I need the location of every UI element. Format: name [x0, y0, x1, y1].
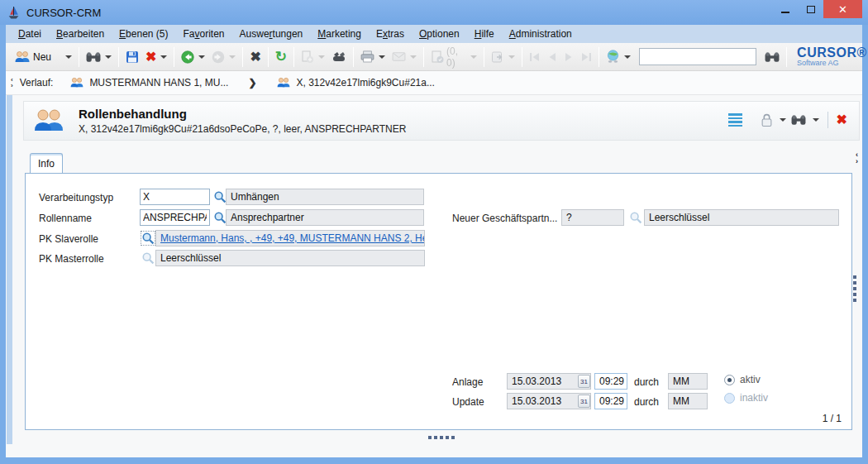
menu-extras[interactable]: Extras — [369, 26, 412, 41]
refresh-button[interactable]: ↻ — [272, 48, 290, 66]
quick-search-input[interactable] — [639, 48, 756, 65]
menu-marketing[interactable]: Marketing — [310, 26, 369, 41]
vertical-splitter-handle[interactable] — [853, 275, 856, 302]
save-icon — [126, 50, 139, 64]
envelope-icon — [392, 51, 406, 62]
menu-optionen[interactable]: Optionen — [412, 26, 467, 41]
logo-main: CURSOR® — [797, 46, 867, 60]
globe-icon — [606, 50, 620, 64]
chevron-down-icon[interactable] — [160, 55, 167, 59]
minimize-button[interactable] — [772, 0, 798, 18]
chevron-right-icon: ❯ — [248, 77, 256, 88]
left-splitter-strip[interactable] — [7, 95, 12, 444]
window-title: CURSOR-CRM — [26, 7, 101, 19]
menu-hilfe[interactable]: Hilfe — [467, 26, 502, 41]
field-label-pk-masterrolle: PK Masterrolle — [39, 251, 104, 267]
menu-bearbeiten[interactable]: Bearbeiten — [49, 26, 112, 41]
lookup-magnifier-icon[interactable] — [213, 190, 227, 203]
selection-button: (0, 0) — [427, 43, 480, 71]
page-title: Rollenbehandlung — [79, 107, 406, 121]
history-nav-arrows[interactable]: ‹› — [11, 77, 13, 88]
save-button[interactable] — [122, 48, 142, 66]
lookup-magnifier-icon[interactable] — [629, 211, 642, 224]
chevron-down-icon[interactable] — [624, 55, 631, 59]
new-button[interactable]: Neu — [11, 48, 75, 66]
calendar-icon[interactable]: 31 — [578, 395, 590, 408]
inaktiv-label: inaktiv — [740, 392, 768, 404]
horizontal-splitter-handle[interactable] — [428, 436, 455, 439]
nav-next-button — [560, 50, 577, 65]
back-button[interactable] — [178, 48, 208, 66]
nav-last-button — [577, 50, 595, 65]
chevron-down-icon[interactable] — [65, 55, 72, 59]
calendar-icon[interactable]: 31 — [578, 375, 590, 388]
lookup-magnifier-icon[interactable] — [213, 211, 227, 224]
neuer-gp-input[interactable]: ? — [561, 209, 624, 226]
menu-ebenen[interactable]: Ebenen (5) — [112, 26, 175, 41]
history-item[interactable]: MUSTERMANN HANS 1, MU... — [64, 75, 233, 90]
pk-slaverolle-link[interactable]: Mustermann, Hans, , +49, +49, MUSTERMANN… — [160, 232, 425, 244]
maximize-button[interactable] — [798, 0, 823, 18]
verarbeitungstyp-display: Umhängen — [226, 189, 424, 205]
list-menu-icon[interactable] — [728, 113, 742, 127]
quick-search-button[interactable] — [761, 49, 783, 65]
verarbeitungstyp-input[interactable] — [140, 189, 210, 205]
neuer-gp-display: Leerschlüssel — [644, 209, 839, 226]
export-icon — [491, 50, 504, 64]
collapse-panel-arrows[interactable]: ‹› — [856, 151, 858, 165]
persons-icon — [276, 77, 291, 88]
copy-button — [298, 48, 328, 66]
close-button[interactable]: ✕ — [823, 0, 862, 18]
update-time-field: 09:29 — [594, 393, 627, 409]
menu-administration[interactable]: Administration — [502, 26, 579, 41]
delete-button[interactable]: ✖ — [142, 48, 170, 66]
rollenname-input[interactable] — [140, 209, 210, 226]
menu-favoriten[interactable]: Favoriten — [175, 26, 231, 41]
persons-icon — [69, 77, 84, 88]
update-user-field: MM — [668, 393, 708, 409]
binoculars-icon[interactable] — [791, 114, 806, 126]
history-item-label: MUSTERMANN HANS 1, MU... — [89, 77, 228, 88]
refresh-icon: ↻ — [275, 50, 287, 64]
history-item[interactable]: X, 312v42e17lmi6gk9Cu#21a... — [271, 75, 439, 90]
forward-icon — [212, 50, 225, 64]
chevron-down-icon[interactable] — [379, 55, 385, 59]
binoculars-icon — [86, 51, 101, 63]
lookup-magnifier-icon[interactable] — [141, 251, 155, 265]
web-search-button[interactable] — [603, 47, 634, 66]
menu-auswertungen[interactable]: Auswertungen — [232, 26, 311, 41]
info-panel: Verarbeitungstyp Umhängen Rollenname Ans… — [25, 173, 852, 430]
chevron-down-icon — [318, 55, 325, 59]
chevron-down-icon[interactable] — [198, 55, 205, 59]
search-button[interactable] — [83, 49, 115, 65]
lookup-magnifier-icon[interactable] — [141, 232, 155, 245]
history-item-label: X, 312v42e17lmi6gk9Cu#21a... — [296, 77, 434, 88]
back-icon — [181, 50, 194, 64]
close-record-icon[interactable]: ✖ — [837, 113, 847, 127]
logo-sub: Software AG — [797, 60, 867, 67]
inaktiv-radio[interactable] — [724, 393, 735, 404]
chevron-down-icon[interactable] — [780, 118, 786, 122]
new-button-label: Neu — [33, 51, 51, 63]
page-subtitle: X, 312v42e17lmi6gk9Cu#21a6dsoPeCoPe, ?, … — [79, 123, 406, 135]
toolbar: Neu ✖ — [6, 43, 862, 71]
print-button[interactable] — [357, 48, 389, 65]
menu-datei[interactable]: Datei — [11, 26, 49, 41]
tools-button[interactable] — [328, 49, 350, 65]
tab-info[interactable]: Info — [30, 153, 63, 174]
forward-button — [208, 48, 239, 66]
nav-prev-button — [544, 50, 560, 65]
tools-icon — [331, 51, 346, 63]
copy-plus-icon — [301, 50, 314, 64]
lock-icon[interactable] — [761, 112, 773, 127]
nav-first-button — [526, 50, 544, 65]
history-bar: ‹› Verlauf: MUSTERMANN HANS 1, MU... ❯ X… — [6, 71, 862, 95]
selection-count: (0, 0) — [446, 45, 458, 69]
chevron-down-icon[interactable] — [105, 55, 112, 59]
field-label-update: Update — [452, 394, 484, 410]
pk-masterrolle-display: Leerschlüssel — [155, 250, 425, 266]
export-button — [488, 48, 518, 66]
aktiv-radio[interactable] — [724, 375, 735, 385]
chevron-down-icon[interactable] — [813, 118, 819, 122]
cancel-button[interactable]: ✖ — [246, 48, 264, 66]
